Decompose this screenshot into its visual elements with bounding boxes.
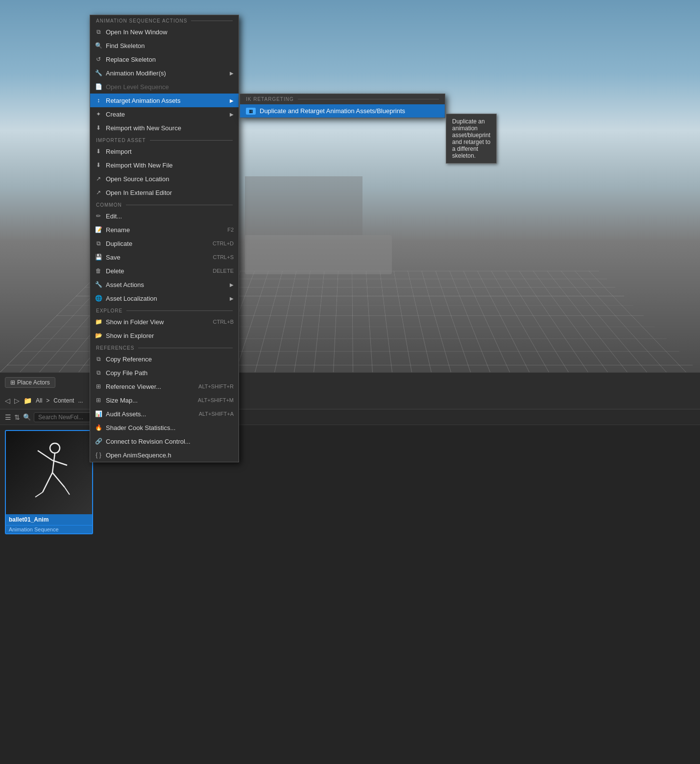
place-actors-icon: ⊞ — [10, 379, 15, 386]
arrow-right-icon4: ▶ — [230, 296, 234, 301]
arrow-right-icon3: ▶ — [230, 282, 234, 287]
menu-item-reimport-new-file[interactable]: ⬇ Reimport With New File — [90, 158, 239, 172]
arrow-right-icon: ▶ — [230, 98, 234, 103]
delete-shortcut: DELETE — [213, 268, 234, 274]
menu-item-size-map[interactable]: ⊞ Size Map... ALT+SHIFT+M — [90, 393, 239, 407]
menu-item-find-skeleton[interactable]: 🔍 Find Skeleton — [90, 39, 239, 52]
menu-item-replace-skeleton[interactable]: ↺ Replace Skeleton — [90, 52, 239, 66]
open-level-icon: 📄 — [94, 82, 103, 91]
menu-item-show-explorer[interactable]: 📂 Show in Explorer — [90, 329, 239, 342]
menu-item-shader-cook[interactable]: 🔥 Shader Cook Statistics... — [90, 421, 239, 434]
menu-item-edit[interactable]: ✏ Edit... — [90, 209, 239, 223]
svg-line-3 — [52, 460, 67, 465]
audit-assets-icon: 📊 — [94, 409, 103, 418]
ik-retargeting-header: IK RETARGETING — [240, 94, 445, 104]
section-explore: EXPLORE — [90, 305, 239, 315]
filter-icon[interactable]: ☰ — [5, 413, 11, 421]
edit-icon: ✏ — [94, 212, 103, 220]
dancer-figure — [25, 438, 74, 507]
menu-item-revision-control[interactable]: 🔗 Connect to Revision Control... — [90, 434, 239, 448]
section-references: REFERENCES — [90, 342, 239, 352]
menu-item-reimport-new-source[interactable]: ⬇ Reimport with New Source — [90, 121, 239, 135]
animation-modifiers-icon: 🔧 — [94, 69, 103, 77]
folder-view-shortcut: CTRL+B — [213, 319, 234, 325]
menu-item-duplicate[interactable]: ⧉ Duplicate CTRL+D — [90, 237, 239, 250]
open-window-icon: ⧉ — [94, 27, 103, 36]
copy-reference-icon: ⧉ — [94, 355, 103, 363]
nav-forward-icon[interactable]: ▷ — [14, 397, 20, 405]
place-actors-button[interactable]: ⊞ Place Actors — [5, 377, 55, 388]
menu-item-asset-actions[interactable]: 🔧 Asset Actions ▶ — [90, 278, 239, 291]
reimport-source-icon: ⬇ — [94, 123, 103, 132]
size-map-icon: ⊞ — [94, 396, 103, 405]
rename-icon: 📝 — [94, 225, 103, 234]
nav-separator: > — [46, 397, 49, 404]
submenu-item-duplicate-retarget[interactable]: ▦ Duplicate and Retarget Animation Asset… — [240, 104, 445, 118]
menu-item-retarget-animation[interactable]: ↕ Retarget Animation Assets ▶ IK RETARGE… — [90, 94, 239, 107]
menu-item-delete[interactable]: 🗑 Delete DELETE — [90, 264, 239, 278]
menu-item-open-external-editor[interactable]: ↗ Open In External Editor — [90, 186, 239, 199]
menu-item-audit-assets[interactable]: 📊 Audit Assets... ALT+SHIFT+A — [90, 407, 239, 421]
sort-icon[interactable]: ⇅ — [14, 413, 20, 421]
svg-line-1 — [52, 453, 55, 473]
menu-item-open-new-window[interactable]: ⧉ Open In New Window — [90, 25, 239, 39]
menu-item-reference-viewer[interactable]: ⊞ Reference Viewer... ALT+SHIFT+R — [90, 380, 239, 393]
delete-icon: 🗑 — [94, 266, 103, 275]
svg-line-6 — [35, 492, 43, 497]
revision-control-icon: 🔗 — [94, 437, 103, 446]
reimport-icon: ⬇ — [94, 147, 103, 156]
place-actors-label: Place Actors — [17, 379, 50, 386]
section-animation-sequence: ANIMATION SEQUENCE ACTIONS — [90, 15, 239, 25]
menu-item-save[interactable]: 💾 Save CTRL+S — [90, 250, 239, 264]
menu-item-open-level-sequence: 📄 Open Level Sequence — [90, 80, 239, 94]
section-imported-asset: IMPORTED ASSET — [90, 135, 239, 144]
submenu-retarget: IK RETARGETING ▦ Duplicate and Retarget … — [240, 94, 445, 118]
menu-item-animation-modifiers[interactable]: 🔧 Animation Modifier(s) ▶ — [90, 66, 239, 80]
reimport-file-icon: ⬇ — [94, 161, 103, 169]
shader-cook-icon: 🔥 — [94, 423, 103, 432]
menu-item-show-folder-view[interactable]: 📁 Show in Folder View CTRL+B — [90, 315, 239, 329]
external-editor-icon: ↗ — [94, 188, 103, 197]
explorer-icon: 📂 — [94, 331, 103, 340]
svg-line-4 — [43, 473, 52, 492]
asset-name: ballet01_Anim — [6, 514, 92, 525]
nav-content-label[interactable]: Content — [53, 397, 74, 404]
arrow-icon: ▶ — [230, 71, 234, 76]
folder-view-icon: 📁 — [94, 317, 103, 326]
save-shortcut: CTRL+S — [213, 254, 234, 260]
asset-type: Animation Sequence — [6, 525, 92, 533]
asset-item[interactable]: ballet01_Anim Animation Sequence — [5, 430, 93, 534]
save-icon: 💾 — [94, 253, 103, 262]
search-icon: 🔍 — [23, 413, 31, 421]
size-map-shortcut: ALT+SHIFT+M — [198, 397, 234, 403]
asset-localization-icon: 🌐 — [94, 294, 103, 303]
nav-back-icon[interactable]: ◁ — [5, 397, 10, 405]
menu-item-copy-reference[interactable]: ⧉ Copy Reference — [90, 352, 239, 366]
duplicate-icon: ⧉ — [94, 239, 103, 248]
source-location-icon: ↗ — [94, 174, 103, 183]
menu-item-open-animsequence-h[interactable]: { } Open AnimSequence.h — [90, 448, 239, 462]
copy-file-path-icon: ⧉ — [94, 368, 103, 377]
svg-line-5 — [52, 473, 65, 487]
menu-item-open-source-location[interactable]: ↗ Open Source Location — [90, 172, 239, 186]
arrow-right-icon2: ▶ — [230, 112, 234, 117]
retarget-icon: ↕ — [94, 96, 103, 105]
duplicate-retarget-icon: ▦ — [246, 108, 256, 115]
tooltip-duplicate-retarget: Duplicate an animation asset/blueprint a… — [446, 114, 497, 164]
asset-thumbnail — [6, 431, 93, 514]
menu-item-copy-file-path[interactable]: ⧉ Copy File Path — [90, 366, 239, 380]
svg-line-2 — [38, 451, 52, 460]
asset-actions-icon: 🔧 — [94, 280, 103, 289]
nav-all-label[interactable]: All — [36, 397, 42, 404]
nav-separator2: ... — [78, 397, 83, 404]
replace-skeleton-icon: ↺ — [94, 55, 103, 64]
menu-item-create[interactable]: ✦ Create ▶ — [90, 107, 239, 121]
menu-item-asset-localization[interactable]: 🌐 Asset Localization ▶ — [90, 291, 239, 305]
context-menu: ANIMATION SEQUENCE ACTIONS ⧉ Open In New… — [90, 15, 239, 462]
audit-assets-shortcut: ALT+SHIFT+A — [199, 411, 234, 417]
menu-item-rename[interactable]: 📝 Rename F2 — [90, 223, 239, 237]
menu-item-reimport[interactable]: ⬇ Reimport — [90, 144, 239, 158]
reference-viewer-shortcut: ALT+SHIFT+R — [198, 383, 234, 389]
find-skeleton-icon: 🔍 — [94, 41, 103, 50]
nav-folder-icon[interactable]: 📁 — [24, 397, 32, 405]
